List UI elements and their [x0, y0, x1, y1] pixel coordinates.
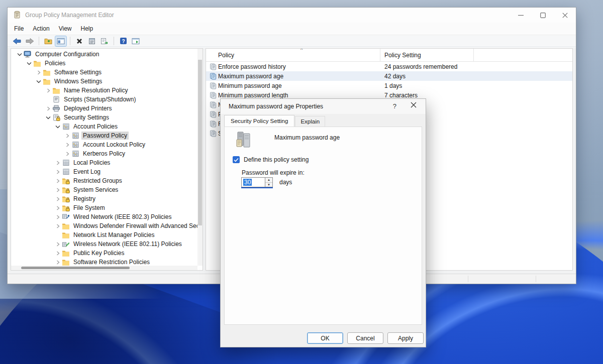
policy-row[interactable]: Enforce password history24 passwords rem… [206, 62, 572, 71]
tree-vertical-scrollbar[interactable] [197, 49, 203, 266]
menu-help[interactable]: Help [76, 24, 98, 34]
tree-item[interactable]: Restricted Groups [11, 176, 197, 185]
tree-item[interactable]: Local Policies [11, 158, 197, 167]
tree-item-label[interactable]: Software Settings [53, 68, 103, 76]
help-icon[interactable]: ? [118, 36, 129, 46]
chevron-right-icon[interactable] [54, 188, 61, 192]
maximize-icon[interactable] [532, 8, 554, 23]
chevron-right-icon[interactable] [54, 170, 61, 174]
menu-view[interactable]: View [54, 24, 76, 34]
tree-item-label[interactable]: Network List Manager Policies [72, 231, 156, 239]
tree-item[interactable]: Wired Network (IEEE 802.3) Policies [11, 212, 197, 221]
tab-security-policy-setting[interactable]: Security Policy Setting [224, 115, 294, 127]
chevron-right-icon[interactable] [64, 152, 71, 156]
tree-item[interactable]: Policies [11, 59, 197, 68]
policy-row[interactable]: Maximum password age42 days [206, 71, 572, 81]
show-console-tree-icon[interactable] [55, 36, 66, 46]
tree-item-label[interactable]: Public Key Policies [72, 249, 126, 257]
chevron-right-icon[interactable] [54, 251, 61, 256]
tree-item-label[interactable]: Registry [72, 195, 97, 203]
tree-item[interactable]: System Services [11, 185, 197, 194]
dialog-close-icon[interactable] [411, 101, 417, 109]
tree-item-label[interactable]: Name Resolution Policy [62, 86, 129, 94]
tree-item[interactable]: Public Key Policies [11, 249, 197, 258]
tree-item[interactable]: Name Resolution Policy [11, 86, 197, 95]
tree-item[interactable]: Network List Manager Policies [11, 230, 197, 239]
tree-item-label[interactable]: Restricted Groups [72, 177, 124, 185]
tree-item-label[interactable]: Scripts (Startup/Shutdown) [62, 95, 137, 103]
tree-item[interactable]: Windows Defender Firewall with Advanced … [11, 221, 197, 230]
tree-item-label[interactable]: Security Settings [62, 113, 111, 122]
chevron-down-icon[interactable] [45, 115, 52, 120]
tree-item[interactable]: Computer Configuration [11, 50, 197, 59]
ok-button[interactable]: OK [307, 332, 343, 344]
up-one-level-icon[interactable] [43, 36, 54, 46]
tree-item-label[interactable]: Kerberos Policy [81, 150, 127, 158]
tree-item[interactable]: Windows Settings [11, 77, 197, 86]
tree-item[interactable]: Registry [11, 194, 197, 203]
tree-item-label[interactable]: Local Policies [72, 159, 112, 167]
chevron-down-icon[interactable] [54, 125, 61, 129]
tree-item[interactable]: Account Lockout Policy [11, 140, 197, 149]
tree-item-label[interactable]: Policies [43, 59, 67, 67]
chevron-right-icon[interactable] [54, 215, 61, 219]
tree-item-label[interactable]: Windows Settings [53, 77, 104, 85]
tree-item[interactable]: File System [11, 203, 197, 212]
tree-item-label[interactable]: Wireless Network (IEEE 802.11) Policies [72, 240, 183, 248]
export-list-icon[interactable] [99, 36, 110, 46]
chevron-right-icon[interactable] [54, 161, 61, 165]
chevron-right-icon[interactable] [45, 88, 52, 93]
tree-item-label[interactable]: Wired Network (IEEE 802.3) Policies [72, 213, 173, 221]
chevron-right-icon[interactable] [45, 106, 52, 111]
expire-days-stepper[interactable]: ▲ ▼ [265, 177, 273, 187]
tree-item[interactable]: Security Settings [11, 113, 197, 122]
tree-item-label[interactable]: Event Log [72, 168, 102, 176]
chevron-down-icon[interactable] [16, 52, 23, 57]
show-action-pane-icon[interactable] [130, 36, 141, 46]
chevron-down-icon[interactable] [26, 61, 33, 66]
menu-file[interactable]: File [10, 24, 28, 34]
chevron-right-icon[interactable] [54, 242, 61, 247]
tree-item-label[interactable]: File System [72, 204, 107, 212]
minimize-icon[interactable] [510, 8, 532, 23]
tree-item[interactable]: Software Settings [11, 68, 197, 77]
help-icon[interactable]: ? [393, 102, 396, 110]
define-policy-checkbox[interactable] [233, 156, 240, 163]
chevron-right-icon[interactable] [64, 143, 71, 147]
cancel-button[interactable]: Cancel [347, 332, 383, 344]
tree-item[interactable]: Software Restriction Policies [11, 258, 197, 266]
tree-item-label[interactable]: Password Policy [81, 132, 129, 140]
tree-item[interactable]: Scripts (Startup/Shutdown) [11, 95, 197, 104]
expire-days-input[interactable]: 30 [241, 177, 265, 187]
stepper-down-icon[interactable]: ▼ [265, 183, 272, 187]
tree-item-label[interactable]: Computer Configuration [34, 50, 100, 58]
chevron-right-icon[interactable] [35, 70, 42, 75]
tree-item-label[interactable]: Deployed Printers [62, 104, 113, 112]
tree-item-label[interactable]: System Services [72, 186, 120, 194]
tree-item[interactable]: Deployed Printers [11, 104, 197, 113]
chevron-right-icon[interactable] [64, 134, 71, 138]
apply-button[interactable]: Apply [387, 332, 424, 344]
column-header-policy-setting[interactable]: Policy Setting [380, 49, 474, 61]
chevron-right-icon[interactable] [54, 197, 61, 201]
tree-item[interactable]: Account Policies [11, 122, 197, 131]
stepper-up-icon[interactable]: ▲ [265, 178, 272, 183]
chevron-right-icon[interactable] [54, 179, 61, 183]
tree-item-label[interactable]: Account Policies [72, 123, 119, 131]
tree-item-label[interactable]: Software Restriction Policies [72, 258, 151, 266]
tree-horizontal-scrollbar[interactable] [11, 266, 197, 270]
column-header-policy[interactable]: Policy ^ [206, 49, 380, 61]
tree-item[interactable]: Password Policy [11, 131, 197, 140]
chevron-right-icon[interactable] [54, 224, 61, 228]
forward-icon[interactable] [24, 36, 35, 46]
tree-item-label[interactable]: Windows Defender Firewall with Advanced … [72, 222, 197, 230]
tree-item[interactable]: Event Log [11, 167, 197, 176]
policy-row[interactable]: Minimum password age1 days [206, 81, 572, 90]
tree-item[interactable]: Wireless Network (IEEE 802.11) Policies [11, 239, 197, 249]
chevron-right-icon[interactable] [54, 260, 61, 265]
chevron-right-icon[interactable] [54, 206, 61, 210]
close-icon[interactable] [554, 8, 576, 23]
tree-item[interactable]: Kerberos Policy [11, 149, 197, 158]
delete-icon[interactable] [74, 36, 85, 46]
chevron-down-icon[interactable] [35, 79, 42, 84]
